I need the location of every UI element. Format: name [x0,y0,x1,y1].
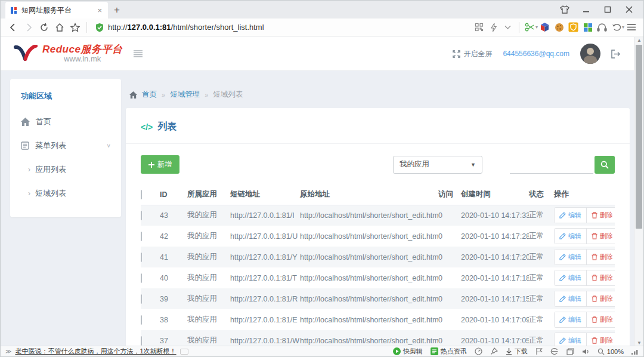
page-zoom-control[interactable]: 100% [597,348,624,355]
flag-icon[interactable] [535,347,543,355]
lightning-icon[interactable] [487,20,501,35]
cookie-icon[interactable] [552,20,566,35]
sidebar-item-home[interactable]: 首页 [10,110,121,134]
cell-status: 正常 [529,330,554,347]
cell-visits: 0 [438,226,461,247]
delete-button[interactable]: 删除 [587,229,615,244]
search-button[interactable] [595,156,615,174]
reload-icon[interactable] [36,20,52,35]
delete-label: 删除 [600,336,613,345]
shield-extension-icon[interactable] [566,20,581,35]
download-button[interactable]: 下载 [506,347,528,356]
sidebar-item-menu-list[interactable]: 菜单列表 ˅ [10,134,121,158]
sidebar-item-short-list[interactable]: › 短域列表 [10,181,121,205]
speed-mode-icon[interactable] [475,347,482,355]
cell-origin: http://localhost/html/shorter/short_edit… [300,309,438,330]
row-checkbox[interactable] [141,232,142,241]
browser-tab[interactable]: 短网址服务平台 × [5,2,108,19]
download-icon [506,348,512,355]
cell-created: 2020-01-10 14:17:33 [461,205,529,226]
chevron-down-icon: ˅ [107,143,110,149]
logo-subtitle: www.ln.mk [42,55,122,63]
quick-clip-button[interactable]: 快剪辑 [393,347,423,356]
favorite-star-icon[interactable] [67,20,83,35]
table-body: 43 我的应用 http://127.0.0.1:81/I http://loc… [141,205,615,347]
edit-button[interactable]: 编辑 [555,333,587,347]
headphones-icon[interactable] [595,20,609,35]
multi-window-icon[interactable] [566,348,574,355]
row-checkbox[interactable] [141,294,142,304]
download-label: 下载 [515,347,528,356]
breadcrumb-home[interactable]: 首页 [142,90,157,100]
ad-link[interactable]: 老中医说：不管什么皮肤病，用这个方法，1次就断根！ [15,347,176,356]
delete-label: 删除 [600,315,613,324]
ie-compat-icon[interactable] [550,347,559,355]
delete-button[interactable]: 删除 [587,270,615,285]
scroll-up-icon[interactable]: ▲ [634,37,643,44]
trash-icon [592,296,597,302]
dice-extension-icon[interactable] [538,20,552,35]
collapse-icon[interactable]: ≫ [5,348,11,355]
trash-icon [592,233,597,239]
row-checkbox[interactable] [141,253,142,262]
col-header-created: 创建时间 [461,184,529,205]
new-tab-button[interactable]: + [114,4,120,16]
maximize-button[interactable] [599,2,616,17]
apps-grid-icon[interactable] [581,20,595,35]
cell-created: 2020-01-10 14:17:09 [461,309,529,330]
row-checkbox[interactable] [141,211,142,220]
minimize-button[interactable] [578,2,595,17]
close-button[interactable] [621,2,637,17]
table-row: 39 我的应用 http://127.0.0.1:81/R http://loc… [141,288,615,309]
browser-menu-icon[interactable] [624,20,639,35]
sidebar-item-app-list[interactable]: › 应用列表 [10,158,121,181]
speaker-icon[interactable] [582,348,590,355]
edit-button[interactable]: 编辑 [555,291,587,306]
page-scrollbar[interactable]: ▲ ▼ [634,37,643,347]
edit-pencil-icon [559,254,566,260]
tab-close-icon[interactable]: × [96,6,103,15]
app-logo[interactable]: Reduce服务平台 www.ln.mk [14,44,143,64]
edit-button[interactable]: 编辑 [555,250,587,264]
app-filter-select[interactable]: 我的应用 ▼ [393,156,482,174]
skin-icon[interactable] [556,2,573,17]
short-url-table: ID 所属应用 短链地址 原始地址 访问 创建时间 状态 操作 43 我的应用 … [141,184,615,347]
hot-news-button[interactable]: 热点资讯 [431,347,467,356]
edit-label: 编辑 [568,211,581,220]
delete-label: 删除 [600,253,613,261]
edit-label: 编辑 [568,315,581,324]
add-button[interactable]: 新增 [141,155,179,174]
select-all-checkbox[interactable] [141,190,142,199]
ad-badge-icon[interactable] [180,349,188,355]
delete-button[interactable]: 删除 [587,208,615,223]
qr-code-icon[interactable] [472,20,487,35]
trash-icon [592,316,597,323]
edit-button[interactable]: 编辑 [555,270,587,285]
forward-icon[interactable] [21,20,36,35]
edit-button[interactable]: 编辑 [555,208,587,223]
scrollbar-thumb[interactable] [636,45,642,229]
delete-button[interactable]: 删除 [587,333,615,347]
home-icon[interactable] [52,20,67,35]
back-icon[interactable] [5,20,21,35]
pin-icon[interactable] [490,347,498,355]
network-signal-icon[interactable] [631,349,639,355]
row-checkbox[interactable] [141,315,142,325]
trash-icon [592,254,597,260]
cell-origin: http://localhost/html/shorter/short_edit… [300,247,438,267]
cell-status: 正常 [529,247,554,267]
edit-button[interactable]: 编辑 [555,312,587,327]
row-checkbox[interactable] [141,336,142,346]
delete-button[interactable]: 删除 [587,250,615,264]
search-input[interactable] [510,157,593,174]
delete-button[interactable]: 删除 [587,291,615,306]
cell-short: http://127.0.0.1:81/W [230,330,300,347]
cell-visits: 0 [438,288,461,309]
breadcrumb-section[interactable]: 短域管理 [170,90,200,100]
row-checkbox[interactable] [141,273,142,283]
edit-button[interactable]: 编辑 [555,229,587,244]
delete-button[interactable]: 删除 [587,312,615,327]
address-bar[interactable]: http://127.0.0.1:81/html/shorter/short_l… [91,23,472,32]
chevron-down-icon[interactable] [501,20,515,35]
delete-label: 删除 [600,211,613,220]
